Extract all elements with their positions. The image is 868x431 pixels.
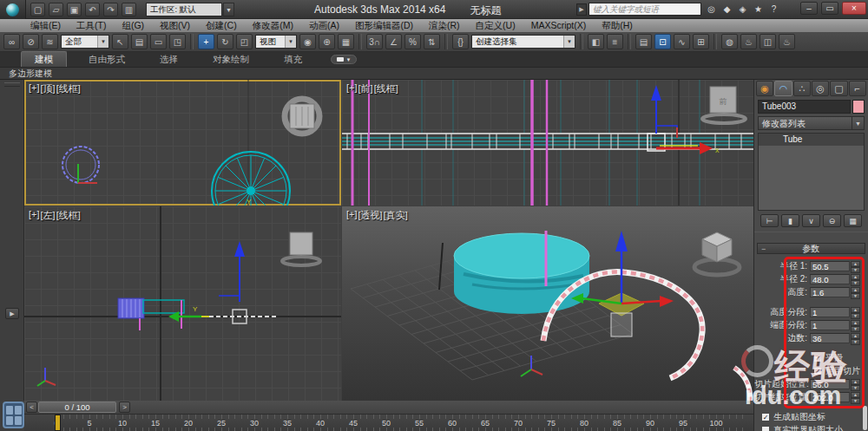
- modifier-stack[interactable]: Tube: [758, 133, 865, 211]
- menu-item[interactable]: 自定义(U): [468, 19, 523, 32]
- unlink-selection-icon[interactable]: ⊘: [23, 34, 39, 49]
- spinner-down-icon[interactable]: ▼: [851, 293, 860, 299]
- spinner-down-icon[interactable]: ▼: [851, 326, 860, 332]
- menu-item[interactable]: 动画(A): [301, 19, 347, 32]
- help-icon[interactable]: ?: [767, 3, 780, 16]
- object-color-swatch[interactable]: [852, 100, 865, 114]
- viewport-top[interactable]: Y [+] [顶] [线框]: [24, 80, 341, 206]
- application-menu-button[interactable]: [0, 0, 26, 19]
- search-binoculars-icon[interactable]: ◎: [705, 3, 718, 16]
- menu-item[interactable]: 视图(V): [152, 19, 198, 32]
- spinner-snap-icon[interactable]: ⇅: [424, 34, 440, 49]
- time-slider-handle[interactable]: 0 / 100: [38, 402, 116, 413]
- percent-snap-icon[interactable]: %: [404, 34, 421, 49]
- parameter-value-field[interactable]: 50.5: [810, 261, 850, 271]
- parameter-spinner[interactable]: ▲▼: [851, 392, 860, 402]
- mini-curve-editor-button[interactable]: ▶: [5, 308, 19, 319]
- close-button[interactable]: ×: [842, 2, 866, 15]
- parameter-spinner[interactable]: ▲▼: [851, 274, 860, 284]
- rollout-collapse-icon[interactable]: −: [761, 245, 766, 253]
- search-flyout-icon[interactable]: ▶: [576, 3, 587, 16]
- spinner-down-icon[interactable]: ▼: [851, 398, 860, 404]
- dropdown-arrow-icon[interactable]: ▼: [285, 36, 296, 48]
- redo-icon[interactable]: ↷: [103, 3, 118, 16]
- tab-display[interactable]: ▢: [830, 81, 847, 96]
- select-and-move-icon[interactable]: +: [198, 34, 214, 49]
- select-and-rotate-icon[interactable]: ↻: [217, 34, 233, 49]
- next-frame-button[interactable]: >: [119, 402, 130, 413]
- align-icon[interactable]: ≡: [607, 34, 623, 49]
- minimize-button[interactable]: –: [800, 2, 818, 15]
- viewport-name[interactable]: [前]: [358, 82, 373, 95]
- spinner-up-icon[interactable]: ▲: [851, 287, 860, 293]
- workspace-dropdown-arrow-icon[interactable]: ▼: [223, 3, 234, 16]
- viewport-menu-plus[interactable]: [+]: [29, 209, 40, 222]
- spinner-down-icon[interactable]: ▼: [851, 385, 860, 391]
- parameter-spinner[interactable]: ▲▼: [851, 333, 860, 343]
- viewport-front[interactable]: x 前 [+] [前] [线框]: [342, 80, 753, 206]
- reference-coordinate-dropdown[interactable]: 视图▼: [255, 35, 297, 49]
- viewport-menu-plus[interactable]: [+]: [346, 82, 358, 95]
- checkbox[interactable]: ✓: [813, 367, 822, 375]
- parameter-value-field[interactable]: 56.0: [810, 379, 850, 389]
- parameter-value-field[interactable]: 36: [810, 333, 850, 343]
- select-and-link-icon[interactable]: ∞: [3, 34, 20, 49]
- modifier-list-dropdown[interactable]: 修改器列表: [758, 116, 852, 130]
- parameter-value-field[interactable]: 48.0: [810, 274, 850, 284]
- object-name-field[interactable]: Tube003: [758, 100, 851, 114]
- dropdown-arrow-icon[interactable]: ▼: [563, 36, 575, 48]
- selection-filter-dropdown[interactable]: 全部▼: [61, 35, 109, 49]
- named-selection-sets-dropdown[interactable]: 创建选择集▼: [471, 35, 575, 49]
- maximize-button[interactable]: ▭: [821, 2, 838, 15]
- new-file-icon[interactable]: ▢: [30, 3, 45, 16]
- spinner-up-icon[interactable]: ▲: [851, 320, 860, 326]
- gizmo-z-arrow[interactable]: [651, 85, 661, 101]
- modifier-list-arrow-icon[interactable]: ▼: [852, 116, 865, 130]
- angle-snap-icon[interactable]: ∠: [385, 34, 402, 49]
- select-and-scale-icon[interactable]: ◰: [236, 34, 253, 49]
- viewcube[interactable]: [290, 232, 312, 255]
- viewport-shading[interactable]: [真实]: [384, 209, 408, 222]
- ribbon-tab-对象绘制[interactable]: 对象绘制: [200, 52, 262, 67]
- spinner-up-icon[interactable]: ▲: [851, 333, 860, 339]
- modifier-stack-item[interactable]: Tube: [759, 134, 864, 146]
- menu-item[interactable]: 编辑(E): [23, 19, 69, 32]
- select-by-name-icon[interactable]: ▤: [131, 34, 148, 49]
- spinner-down-icon[interactable]: ▼: [851, 267, 860, 273]
- tab-create[interactable]: ◉: [756, 81, 773, 96]
- checkbox[interactable]: ✓: [761, 413, 770, 421]
- viewport-shading[interactable]: [线框]: [56, 209, 81, 222]
- select-object-icon[interactable]: ↖: [112, 34, 128, 49]
- ribbon-tab-建模[interactable]: 建模: [21, 51, 67, 67]
- project-clipboard-icon[interactable]: ▥: [122, 3, 136, 16]
- parameter-spinner[interactable]: ▲▼: [851, 320, 860, 330]
- graphite-ribbon-toggle-icon[interactable]: ⊡: [654, 34, 671, 49]
- viewport-menu-plus[interactable]: [+]: [346, 209, 358, 222]
- spinner-down-icon[interactable]: ▼: [851, 280, 860, 286]
- parameter-spinner[interactable]: ▲▼: [851, 261, 860, 271]
- viewport-shading[interactable]: [线框]: [374, 82, 398, 95]
- tube-top-wire-inner[interactable]: [66, 150, 95, 180]
- mirror-icon[interactable]: ◧: [588, 34, 604, 49]
- layer-manager-icon[interactable]: ▤: [635, 34, 652, 49]
- dropdown-arrow-icon[interactable]: ▼: [97, 36, 108, 48]
- parameter-value-field[interactable]: 1: [810, 320, 850, 330]
- menu-item[interactable]: 组(G): [114, 19, 152, 32]
- panel-scrollbar[interactable]: [863, 406, 867, 430]
- menu-item[interactable]: 创建(C): [198, 19, 245, 32]
- spinner-down-icon[interactable]: ▼: [851, 313, 860, 319]
- spinner-up-icon[interactable]: ▲: [851, 392, 860, 398]
- previous-frame-button[interactable]: <: [26, 402, 37, 413]
- tube-side-wire[interactable]: [143, 300, 184, 313]
- checkbox[interactable]: [761, 426, 770, 431]
- rectangular-selection-region-icon[interactable]: ▭: [150, 34, 167, 49]
- search-input[interactable]: 键入关键字或短语: [589, 3, 701, 16]
- gizmo-z-arrow[interactable]: [234, 241, 245, 257]
- checkbox[interactable]: ✓: [813, 354, 822, 362]
- ribbon-options-button[interactable]: ▼: [331, 55, 357, 64]
- remove-modifier-button[interactable]: ⊖: [823, 214, 841, 227]
- snap-toggle-3d-icon[interactable]: 3∩: [366, 34, 383, 49]
- viewport-layout-button[interactable]: [3, 402, 24, 428]
- viewport-perspective[interactable]: [+] [透视] [真实]: [342, 206, 753, 401]
- spinner-up-icon[interactable]: ▲: [851, 274, 860, 280]
